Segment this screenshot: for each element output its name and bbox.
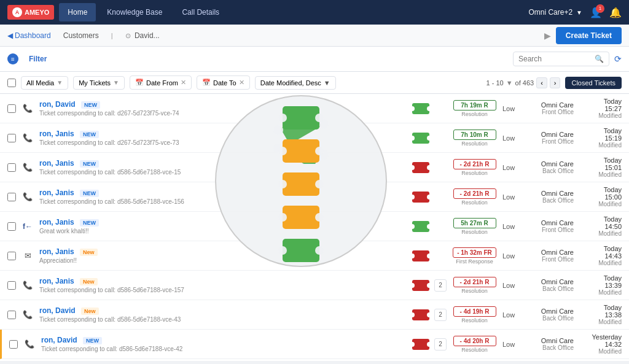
ticket-num-badge: 2 bbox=[434, 309, 447, 321]
tab-david[interactable]: ⊙ David... bbox=[118, 29, 167, 42]
queue-name: Omni Care bbox=[525, 101, 574, 109]
time-label: Modified bbox=[579, 142, 622, 149]
priority-label: Low bbox=[502, 193, 520, 201]
date-to-filter[interactable]: 📅 Date To ✕ bbox=[197, 76, 250, 90]
ticket-info: ron, David NEW Ticket corresponding to c… bbox=[41, 336, 407, 352]
table-row[interactable]: 📞 ron, David NEW Ticket corresponding to… bbox=[0, 330, 629, 359]
channel-icon: 📞 bbox=[21, 279, 34, 292]
date-from-filter[interactable]: 📅 Date From ✕ bbox=[130, 76, 192, 90]
nav-knowledge-base[interactable]: Knowledge Base bbox=[98, 3, 171, 21]
channel-icon: 📞 bbox=[21, 161, 34, 174]
row-checkbox[interactable] bbox=[7, 193, 16, 201]
ticket-name: ron, Janis New bbox=[39, 247, 407, 256]
ticket-name: ron, David NEW bbox=[39, 100, 407, 109]
queue-sub: Back Office bbox=[525, 197, 574, 204]
table-row[interactable]: 📞 ron, David New Ticket corresponding to… bbox=[0, 300, 629, 330]
table-row[interactable]: 📞 ron, Janis New Ticket corresponding to… bbox=[0, 271, 629, 300]
queue-name: Omni Care bbox=[525, 337, 574, 344]
user-icon[interactable]: 👤 1 bbox=[590, 7, 602, 18]
ticket-info: ron, Janis NEW Ticket corresponding to c… bbox=[39, 159, 407, 176]
row-checkbox[interactable] bbox=[7, 104, 16, 113]
row-checkbox[interactable] bbox=[7, 252, 16, 260]
ticket-info: ron, David New Ticket corresponding to c… bbox=[39, 306, 407, 323]
row-checkbox[interactable] bbox=[7, 163, 16, 172]
nav-call-details[interactable]: Call Details bbox=[173, 3, 228, 21]
sla-wrapper: 7h 10m R Resolution bbox=[451, 130, 498, 147]
account-selector[interactable]: Omni Care+2 ▼ bbox=[528, 8, 582, 17]
back-dashboard[interactable]: ◀ Dashboard bbox=[7, 31, 51, 40]
time-date: Yesterday bbox=[579, 333, 622, 341]
ticket-desc: Ticket corresponding to call: d586-5d6e7… bbox=[39, 198, 211, 205]
create-ticket-button[interactable]: Create Ticket bbox=[556, 27, 622, 44]
sla-badge: - 2d 21h R bbox=[453, 159, 496, 169]
tickets-table: 📞 ron, David NEW Ticket corresponding to… bbox=[0, 94, 629, 361]
prev-page-button[interactable]: ‹ bbox=[536, 77, 547, 88]
search-input[interactable] bbox=[518, 55, 592, 63]
table-row[interactable]: ✉ ron, Janis New Appreciation!! - 1h 32m… bbox=[0, 241, 629, 271]
tickets-filter[interactable]: My Tickets ▼ bbox=[73, 76, 125, 90]
row-checkbox[interactable] bbox=[7, 311, 16, 319]
app-logo[interactable]: A AMEYO bbox=[7, 5, 54, 20]
channel-icon: 📞 bbox=[23, 338, 36, 351]
refresh-icon[interactable]: ⟳ bbox=[614, 54, 622, 64]
row-checkbox[interactable] bbox=[9, 340, 18, 349]
time-info: Today 13:39 Modified bbox=[579, 274, 622, 296]
queue-name: Omni Care bbox=[525, 249, 574, 256]
queue-info: Omni Care Back Office bbox=[525, 190, 574, 204]
table-row[interactable]: 📞 ron, Janis NEW Ticket corresponding to… bbox=[0, 182, 629, 212]
sla-badge: - 4d 19h R bbox=[453, 306, 496, 317]
tab-customers[interactable]: Customers bbox=[56, 29, 106, 42]
pagination: 1 - 10 ▼ of 463 ‹ › bbox=[486, 77, 561, 88]
queue-info: Omni Care Front Office bbox=[525, 131, 574, 145]
row-checkbox[interactable] bbox=[7, 281, 16, 290]
media-filter[interactable]: All Media ▼ bbox=[21, 76, 68, 90]
nav-right-arrow-icon: ▶ bbox=[544, 31, 551, 41]
next-page-button[interactable]: › bbox=[550, 77, 561, 88]
sla-badge: 7h 10m R bbox=[453, 130, 496, 140]
bell-icon[interactable]: 🔔 bbox=[609, 7, 622, 18]
ticket-desc: Ticket corresponding to call: d586-5d6e7… bbox=[39, 287, 211, 293]
date-to-close-icon[interactable]: ✕ bbox=[239, 79, 244, 87]
sla-type-label: First Response bbox=[456, 258, 493, 265]
closed-tickets-button[interactable]: Closed Tickets bbox=[565, 77, 622, 89]
priority-label: Low bbox=[502, 252, 520, 260]
select-all-checkbox[interactable] bbox=[7, 79, 16, 87]
time-label: Modified bbox=[579, 319, 622, 325]
top-nav: A AMEYO Home Knowledge Base Call Details… bbox=[0, 0, 629, 25]
row-checkbox[interactable] bbox=[7, 134, 16, 142]
table-row[interactable]: 📞 ron, Janis NEW Ticket corresponding to… bbox=[0, 123, 629, 153]
time-label: Modified bbox=[579, 201, 622, 207]
ticket-name: ron, David New bbox=[39, 306, 407, 315]
nav-right: Omni Care+2 ▼ 👤 1 🔔 bbox=[528, 7, 622, 18]
table-row[interactable]: 💬 ron, David New Ticket for chat: d586-5… bbox=[0, 359, 629, 361]
sub-nav-right: ▶ Create Ticket bbox=[544, 27, 622, 44]
search-box[interactable]: 🔍 bbox=[513, 52, 609, 66]
date-from-close-icon[interactable]: ✕ bbox=[181, 79, 186, 87]
row-checkbox[interactable] bbox=[7, 222, 16, 231]
time-label: Modified bbox=[579, 348, 622, 355]
table-row[interactable]: 📞 ron, Janis NEW Ticket corresponding to… bbox=[0, 153, 629, 182]
sla-type-label: Resolution bbox=[461, 170, 488, 176]
queue-info: Omni Care Back Office bbox=[525, 337, 574, 351]
sort-filter[interactable]: Date Modified, Desc ▼ bbox=[255, 76, 336, 90]
time-clock: 13:39 bbox=[579, 282, 622, 289]
ticket-info: ron, Janis New Appreciation!! bbox=[39, 247, 407, 264]
time-clock: 13:38 bbox=[579, 311, 622, 319]
priority-label: Low bbox=[502, 134, 520, 142]
sla-wrapper: - 4d 20h R Resolution bbox=[451, 336, 498, 353]
time-label: Modified bbox=[579, 230, 622, 237]
ticket-name: ron, Janis New bbox=[39, 277, 407, 285]
queue-sub: Front Office bbox=[525, 227, 574, 233]
nav-home[interactable]: Home bbox=[59, 3, 96, 21]
sla-type-label: Resolution bbox=[461, 111, 488, 117]
nav-links: Home Knowledge Base Call Details bbox=[59, 3, 528, 21]
filter-button[interactable]: Filter bbox=[23, 52, 52, 66]
sla-wrapper: - 1h 32m FR First Response bbox=[451, 247, 498, 265]
table-row[interactable]: 📞 ron, David NEW Ticket corresponding to… bbox=[0, 94, 629, 123]
time-info: Yesterday 14:32 Modified bbox=[579, 333, 622, 355]
queue-info: Omni Care Front Office bbox=[525, 101, 574, 115]
ticket-desc: Ticket corresponding to call: d267-5d723… bbox=[39, 110, 211, 117]
sort-arrow-icon: ▼ bbox=[324, 79, 330, 87]
table-row[interactable]: f← ron, Janis NEW Great work khalti!! 5h… bbox=[0, 212, 629, 241]
channel-icon: ✉ bbox=[21, 249, 34, 263]
